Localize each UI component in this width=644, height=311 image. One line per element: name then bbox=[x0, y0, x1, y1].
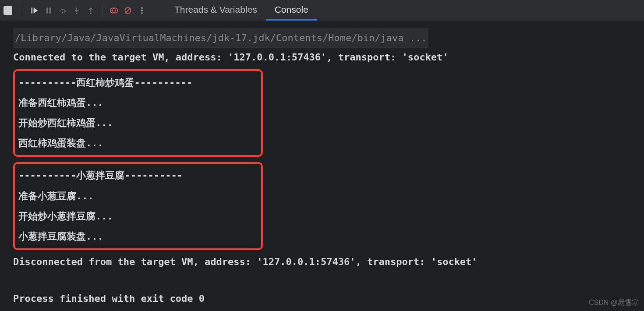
svg-rect-0 bbox=[32, 7, 33, 13]
console-output: /Library/Java/JavaVirtualMachines/jdk-17… bbox=[0, 21, 644, 311]
step-over-icon bbox=[58, 6, 67, 15]
mute-breakpoint-icon bbox=[124, 6, 132, 15]
svg-point-3 bbox=[62, 12, 63, 13]
more-icon bbox=[138, 6, 146, 15]
block1-header: ----------西红柿炒鸡蛋---------- bbox=[18, 73, 258, 93]
stop-button[interactable] bbox=[4, 6, 12, 15]
connected-line: Connected to the target VM, address: '12… bbox=[13, 48, 631, 67]
svg-point-5 bbox=[90, 13, 91, 14]
debug-toolbar: Threads & Variables Console bbox=[0, 0, 644, 21]
tab-threads-variables[interactable]: Threads & Variables bbox=[166, 0, 266, 21]
block2-line1: 准备小葱豆腐... bbox=[18, 186, 258, 206]
breakpoint-icon bbox=[110, 6, 118, 15]
pause-button[interactable] bbox=[42, 4, 55, 17]
step-out-button[interactable] bbox=[85, 4, 97, 17]
block1-line3: 西红柿鸡蛋装盘... bbox=[18, 133, 258, 153]
tab-console[interactable]: Console bbox=[266, 0, 317, 21]
mute-breakpoints-button[interactable] bbox=[122, 4, 134, 17]
resume-icon bbox=[30, 6, 39, 15]
block2-line2: 开始炒小葱拌豆腐... bbox=[18, 206, 258, 226]
block2-line3: 小葱拌豆腐装盘... bbox=[18, 226, 258, 247]
debug-tabs: Threads & Variables Console bbox=[166, 0, 317, 21]
toolbar-controls bbox=[4, 4, 148, 17]
step-over-button[interactable] bbox=[57, 4, 69, 17]
svg-line-9 bbox=[125, 8, 131, 13]
svg-rect-2 bbox=[50, 7, 51, 13]
svg-rect-1 bbox=[46, 7, 48, 13]
block1-line1: 准备西红柿鸡蛋... bbox=[18, 93, 258, 113]
toolbar-divider bbox=[102, 5, 103, 16]
java-path-line: /Library/Java/JavaVirtualMachines/jdk-17… bbox=[13, 28, 631, 48]
view-breakpoints-button[interactable] bbox=[108, 4, 120, 17]
step-out-icon bbox=[86, 6, 95, 15]
output-block-2: ----------小葱拌豆腐---------- 准备小葱豆腐... 开始炒小… bbox=[13, 162, 263, 250]
step-into-icon bbox=[72, 6, 81, 15]
resume-button[interactable] bbox=[28, 4, 41, 17]
svg-point-10 bbox=[141, 7, 142, 8]
svg-point-4 bbox=[76, 13, 77, 14]
watermark: CSDN @易雪寒 bbox=[589, 298, 639, 307]
svg-point-12 bbox=[141, 12, 142, 14]
output-block-1: ----------西红柿炒鸡蛋---------- 准备西红柿鸡蛋... 开始… bbox=[13, 69, 263, 157]
more-button[interactable] bbox=[136, 4, 148, 17]
step-into-button[interactable] bbox=[71, 4, 83, 17]
pause-icon bbox=[44, 6, 53, 15]
block2-header: ----------小葱拌豆腐---------- bbox=[18, 166, 258, 186]
blank-line bbox=[13, 271, 631, 290]
block1-line2: 开始炒西红柿鸡蛋... bbox=[18, 113, 258, 133]
toolbar-divider bbox=[23, 5, 23, 16]
exit-line: Process finished with exit code 0 bbox=[13, 290, 631, 308]
svg-point-11 bbox=[141, 10, 142, 11]
disconnected-line: Disconnected from the target VM, address… bbox=[13, 253, 631, 271]
